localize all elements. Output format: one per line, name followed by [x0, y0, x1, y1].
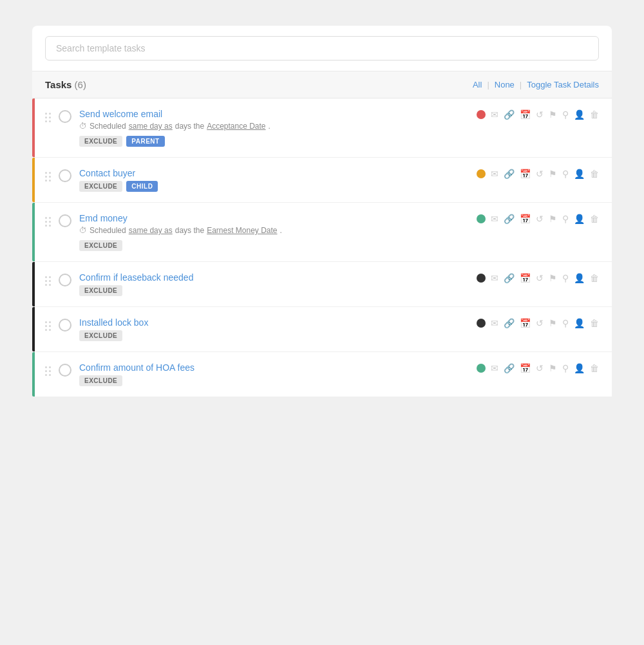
link-icon[interactable]: 🔗: [504, 110, 515, 119]
email-icon[interactable]: ✉: [491, 214, 498, 223]
schedule-link-date[interactable]: Earnest Money Date: [207, 226, 277, 235]
task-item: Installed lock boxEXCLUDE✉🔗📅↺⚑⚲👤🗑: [32, 307, 612, 352]
location-icon[interactable]: ⚲: [562, 274, 569, 283]
repeat-icon[interactable]: ↺: [536, 364, 544, 373]
trash-icon[interactable]: 🗑: [590, 274, 599, 283]
location-icon[interactable]: ⚲: [562, 319, 569, 328]
trash-icon[interactable]: 🗑: [590, 214, 599, 223]
person-icon[interactable]: 👤: [574, 110, 585, 119]
task-color-bar: [32, 203, 35, 261]
tasks-label: Tasks: [45, 79, 71, 90]
task-color-bar: [32, 352, 35, 397]
priority-dot[interactable]: [477, 214, 486, 223]
calendar-icon[interactable]: 📅: [520, 319, 531, 328]
email-icon[interactable]: ✉: [491, 274, 498, 283]
tag-exclude[interactable]: EXCLUDE: [79, 285, 122, 296]
email-icon[interactable]: ✉: [491, 169, 498, 178]
person-icon[interactable]: 👤: [574, 214, 585, 223]
pin-icon[interactable]: ⚑: [549, 274, 557, 283]
task-actions: ✉🔗📅↺⚑⚲👤🗑: [477, 274, 599, 283]
email-icon[interactable]: ✉: [491, 319, 498, 328]
none-link[interactable]: None: [495, 80, 515, 89]
link-icon[interactable]: 🔗: [504, 214, 515, 223]
person-icon[interactable]: 👤: [574, 319, 585, 328]
toggle-details-link[interactable]: Toggle Task Details: [527, 80, 599, 89]
calendar-icon[interactable]: 📅: [520, 169, 531, 178]
pin-icon[interactable]: ⚑: [549, 364, 557, 373]
priority-dot[interactable]: [477, 274, 486, 283]
trash-icon[interactable]: 🗑: [590, 110, 599, 119]
repeat-icon[interactable]: ↺: [536, 274, 544, 283]
calendar-icon[interactable]: 📅: [520, 274, 531, 283]
task-tags: EXCLUDE: [79, 375, 469, 386]
tag-exclude[interactable]: EXCLUDE: [79, 375, 122, 386]
priority-dot[interactable]: [477, 110, 486, 119]
priority-dot[interactable]: [477, 319, 486, 328]
divider-2: |: [520, 80, 522, 89]
task-name[interactable]: Installed lock box: [79, 317, 469, 328]
link-icon[interactable]: 🔗: [504, 364, 515, 373]
person-icon[interactable]: 👤: [574, 364, 585, 373]
person-icon[interactable]: 👤: [574, 169, 585, 178]
drag-handle[interactable]: [45, 366, 51, 376]
task-checkbox[interactable]: [59, 169, 71, 182]
repeat-icon[interactable]: ↺: [536, 169, 544, 178]
task-checkbox[interactable]: [59, 214, 71, 227]
task-actions: ✉🔗📅↺⚑⚲👤🗑: [477, 169, 599, 178]
task-checkbox[interactable]: [59, 319, 71, 332]
calendar-icon[interactable]: 📅: [520, 364, 531, 373]
link-icon[interactable]: 🔗: [504, 169, 515, 178]
task-name[interactable]: Contact buyer: [79, 168, 469, 178]
tag-exclude[interactable]: EXCLUDE: [79, 181, 122, 192]
location-icon[interactable]: ⚲: [562, 110, 569, 119]
repeat-icon[interactable]: ↺: [536, 110, 544, 119]
repeat-icon[interactable]: ↺: [536, 214, 544, 223]
calendar-icon[interactable]: 📅: [520, 110, 531, 119]
email-icon[interactable]: ✉: [491, 364, 498, 373]
trash-icon[interactable]: 🗑: [590, 364, 599, 373]
email-icon[interactable]: ✉: [491, 110, 498, 119]
drag-handle[interactable]: [45, 217, 51, 227]
location-icon[interactable]: ⚲: [562, 364, 569, 373]
link-icon[interactable]: 🔗: [504, 319, 515, 328]
tag-exclude[interactable]: EXCLUDE: [79, 240, 122, 251]
drag-handle[interactable]: [45, 276, 51, 286]
tag-parent[interactable]: PARENT: [126, 136, 164, 147]
location-icon[interactable]: ⚲: [562, 169, 569, 178]
priority-dot[interactable]: [477, 364, 486, 373]
trash-icon[interactable]: 🗑: [590, 169, 599, 178]
all-link[interactable]: All: [473, 80, 482, 89]
task-name[interactable]: Confirm amount of HOA fees: [79, 362, 469, 373]
trash-icon[interactable]: 🗑: [590, 319, 599, 328]
schedule-link-days[interactable]: same day as: [129, 226, 173, 235]
tag-child[interactable]: CHILD: [126, 181, 158, 192]
tag-exclude[interactable]: EXCLUDE: [79, 136, 122, 147]
repeat-icon[interactable]: ↺: [536, 319, 544, 328]
schedule-link-date[interactable]: Acceptance Date: [207, 122, 265, 131]
priority-dot[interactable]: [477, 169, 486, 178]
pin-icon[interactable]: ⚑: [549, 214, 557, 223]
task-item: Confirm amount of HOA feesEXCLUDE✉🔗📅↺⚑⚲👤…: [32, 352, 612, 397]
person-icon[interactable]: 👤: [574, 274, 585, 283]
task-name[interactable]: Send welcome email: [79, 109, 469, 119]
link-icon[interactable]: 🔗: [504, 274, 515, 283]
task-name[interactable]: Confirm if leaseback needed: [79, 272, 469, 283]
pin-icon[interactable]: ⚑: [549, 169, 557, 178]
tag-exclude[interactable]: EXCLUDE: [79, 330, 122, 341]
task-content: Confirm if leaseback neededEXCLUDE: [79, 272, 469, 296]
calendar-icon[interactable]: 📅: [520, 214, 531, 223]
location-icon[interactable]: ⚲: [562, 214, 569, 223]
task-checkbox[interactable]: [59, 110, 71, 123]
drag-handle[interactable]: [45, 172, 51, 182]
task-checkbox[interactable]: [59, 274, 71, 286]
search-input[interactable]: [45, 36, 599, 61]
drag-handle[interactable]: [45, 321, 51, 331]
drag-handle[interactable]: [45, 113, 51, 122]
task-item: Confirm if leaseback neededEXCLUDE✉🔗📅↺⚑⚲…: [32, 262, 612, 307]
task-checkbox[interactable]: [59, 364, 71, 377]
pin-icon[interactable]: ⚑: [549, 110, 557, 119]
task-actions: ✉🔗📅↺⚑⚲👤🗑: [477, 214, 599, 223]
task-name[interactable]: Emd money: [79, 213, 469, 223]
schedule-link-days[interactable]: same day as: [129, 122, 173, 131]
pin-icon[interactable]: ⚑: [549, 319, 557, 328]
